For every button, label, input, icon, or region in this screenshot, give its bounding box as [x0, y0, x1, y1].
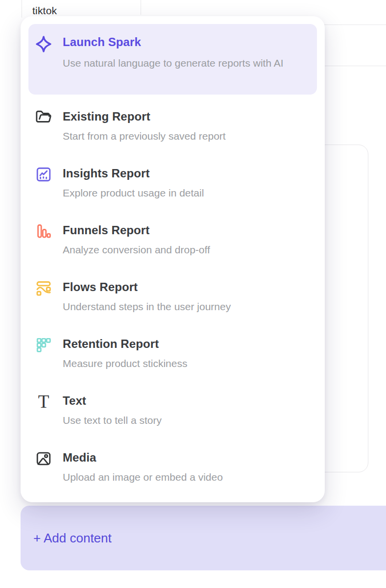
insights-chart-icon [35, 166, 52, 200]
menu-item-description: Measure product stickiness [63, 357, 187, 370]
retention-grid-icon [35, 337, 52, 370]
text-icon [35, 393, 52, 427]
menu-item-title: Insights Report [63, 166, 204, 181]
menu-item-insights-report[interactable]: Insights Report Explore product usage in… [35, 166, 317, 200]
menu-item-funnels-report[interactable]: Funnels Report Analyze conversion and dr… [35, 223, 317, 257]
background-divider [317, 66, 386, 66]
add-content-button[interactable]: + Add content [21, 506, 386, 570]
menu-item-existing-report[interactable]: Existing Report Start from a previously … [35, 109, 317, 143]
add-content-menu: Launch Spark Use natural language to gen… [21, 16, 325, 502]
background-partial-text: tiktok [32, 5, 57, 17]
menu-item-title: Existing Report [63, 109, 226, 124]
menu-item-description: Upload an image or embed a video [63, 470, 223, 484]
menu-item-launch-spark[interactable]: Launch Spark Use natural language to gen… [28, 24, 317, 95]
menu-item-title: Funnels Report [63, 223, 210, 238]
menu-item-title: Launch Spark [63, 35, 284, 49]
background-divider [22, 0, 22, 18]
media-image-icon [35, 450, 52, 484]
menu-item-description: Understand steps in the user journey [63, 300, 231, 314]
menu-item-description: Explore product usage in detail [63, 186, 204, 200]
menu-item-title: Text [63, 393, 162, 408]
flows-icon [35, 280, 52, 314]
add-content-label: + Add content [33, 531, 112, 546]
menu-item-text[interactable]: Text Use text to tell a story [35, 393, 317, 427]
background-divider [317, 24, 386, 25]
menu-item-description: Analyze conversion and drop-off [63, 243, 210, 257]
menu-item-description: Use natural language to generate reports… [63, 55, 284, 71]
folder-open-icon [35, 109, 52, 143]
page-canvas: tiktok + Add content Launch Spark Use na… [0, 0, 386, 588]
menu-item-flows-report[interactable]: Flows Report Understand steps in the use… [35, 280, 317, 314]
menu-item-title: Media [63, 450, 223, 465]
menu-item-retention-report[interactable]: Retention Report Measure product stickin… [35, 337, 317, 370]
menu-item-description: Use text to tell a story [63, 414, 162, 427]
menu-item-media[interactable]: Media Upload an image or embed a video [35, 450, 317, 484]
funnels-bars-icon [35, 223, 52, 257]
menu-item-title: Flows Report [63, 280, 231, 294]
menu-item-title: Retention Report [63, 337, 187, 351]
spark-icon [35, 35, 52, 95]
menu-item-description: Start from a previously saved report [63, 129, 226, 143]
background-divider [141, 0, 141, 15]
